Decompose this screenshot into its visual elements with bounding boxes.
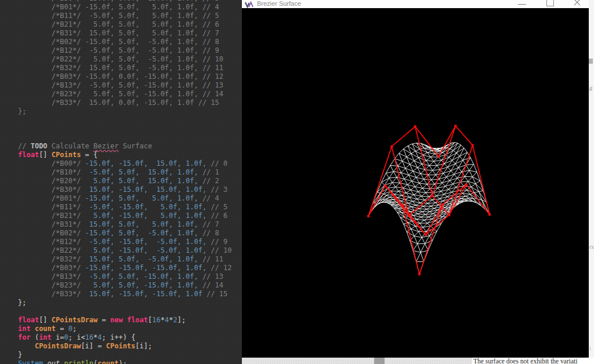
horizontal-scrollbar-track[interactable] <box>242 358 472 364</box>
background-document-edge: g co \ <box>589 0 594 364</box>
code-line: // TODO Calculate Bezier Surface <box>18 142 152 151</box>
code-line: /*B12*/ -5.0f, 5.0f, -5.0f, 1.0f, // 9 <box>18 46 219 55</box>
control-point-marker <box>367 215 370 217</box>
code-line: int count = 0; <box>18 325 77 333</box>
code-line: /*B33*/ 15.0f, 0.0f, -15.0f, 1.0f // 15 <box>18 99 219 107</box>
document-text-fragment: g <box>589 85 592 91</box>
control-point-marker <box>408 214 410 217</box>
code-line: /*B32*/ 15.0f, 5.0f, -5.0f, 1.0f, // 11 <box>18 64 223 72</box>
control-point-marker <box>448 214 450 216</box>
code-line: /*B03*/ -15.0f, -15.0f, -15.0f, 1.0f, //… <box>18 264 231 272</box>
code-line: /*B21*/ 5.0f, -15.0f, 5.0f, 1.0f, // 6 <box>18 212 227 220</box>
code-line: /*B22*/ 5.0f, -15.0f, -5.0f, 1.0f, // 10 <box>18 246 231 255</box>
control-point-marker <box>384 184 386 187</box>
bezier-surface-render <box>242 8 589 358</box>
code-line: /*B03*/ -15.0f, 0.0f, -15.0f, 1.0f, // 1… <box>18 72 223 81</box>
bezier-canvas[interactable] <box>242 8 589 358</box>
maximize-icon[interactable] <box>546 0 554 6</box>
code-line: }; <box>18 299 26 307</box>
code-line: /*B32*/ 15.0f, 5.0f, -5.0f, 1.0f, // 11 <box>18 255 223 264</box>
control-point-marker <box>465 183 468 185</box>
code-line: /*B31*/ 15.0f, 5.0f, 5.0f, 1.0f, // 7 <box>18 29 219 38</box>
code-line: float[] CPoints = { <box>18 151 97 159</box>
code-line: /*B31*/ 15.0f, 5.0f, 5.0f, 1.0f, // 7 <box>18 220 219 229</box>
document-text-fragment: co <box>589 243 594 250</box>
control-point-marker <box>441 203 444 206</box>
code-line: float[] CPointsDraw = new float[16*4*2]; <box>18 316 186 325</box>
code-line: /*B10*/ -5.0f, 5.0f, 15.0f, 1.0f, // 1 <box>18 168 219 177</box>
code-line: } <box>18 351 22 359</box>
code-line: /*B22*/ 5.0f, 5.0f, -5.0f, 1.0f, // 10 <box>18 55 223 64</box>
control-point-marker <box>454 125 457 127</box>
control-point-marker <box>401 204 404 206</box>
code-line: /*B11*/ -5.0f, -15.0f, 5.0f, 1.0f, // 5 <box>18 203 227 212</box>
code-line: /*B02*/ -15.0f, 5.0f, -5.0f, 1.0f, // 8 <box>18 38 219 46</box>
code-line: CPointsDraw[i] = CPoints[i]; <box>18 342 152 351</box>
code-line: for (int i=0; i<16*4; i++) { <box>18 333 135 342</box>
vertical-scrollbar-thumb[interactable] <box>589 59 593 64</box>
control-point-marker <box>418 273 421 275</box>
document-text-line: The surface does not exhibit the variati <box>473 358 577 364</box>
code-line: /*B00*/ -15.0f, -15.0f, 15.0f, 1.0f, // … <box>18 159 227 168</box>
code-line: /*B01*/ -15.0f, 5.0f, 5.0f, 1.0f, // 4 <box>18 3 219 12</box>
code-line: /*B13*/ -5.0f, 5.0f, -15.0f, 1.0f, // 13 <box>18 272 223 281</box>
code-line: System.out.println(count); <box>18 359 127 364</box>
code-line: /*B11*/ -5.0f, 5.0f, 5.0f, 1.0f, // 5 <box>18 12 219 20</box>
code-line: /*B13*/ -5.0f, 5.0f, -15.0f, 1.0f, // 13 <box>18 81 223 90</box>
code-editor[interactable]: /*B30*/ 15.0f, 0.0f, 15.0f, 1.0f, // 3 /… <box>0 0 242 364</box>
window-icon <box>245 0 254 8</box>
minimize-icon[interactable] <box>518 4 526 5</box>
document-text-fragment: \ <box>589 345 591 352</box>
horizontal-scrollbar-thumb[interactable] <box>374 358 385 364</box>
code-line: /*B33*/ 15.0f, -15.0f, -15.0f, 1.0f // 1… <box>18 290 227 299</box>
window-title: Brezier Surface <box>257 0 301 7</box>
code-line: }; <box>18 107 26 116</box>
code-line: /*B01*/ -15.0f, 5.0f, 5.0f, 1.0f, // 4 <box>18 194 219 203</box>
desktop-screen: /*B30*/ 15.0f, 0.0f, 15.0f, 1.0f, // 3 /… <box>0 0 594 364</box>
control-point-marker <box>425 234 427 236</box>
code-line: /*B21*/ 5.0f, 5.0f, 5.0f, 1.0f, // 6 <box>18 20 219 29</box>
code-line: /*B23*/ 5.0f, 5.0f, -15.0f, 1.0f, // 14 <box>18 281 223 290</box>
control-point-marker <box>431 195 433 197</box>
window-titlebar[interactable]: Brezier Surface <box>242 0 589 8</box>
code-line: /*B30*/ 15.0f, -15.0f, 15.0f, 1.0f, // 3 <box>18 185 227 194</box>
code-line: /*B23*/ 5.0f, 5.0f, -15.0f, 1.0f, // 14 <box>18 90 223 99</box>
control-point-marker <box>472 144 474 147</box>
control-point-marker <box>437 155 440 158</box>
code-line: /*B20*/ 5.0f, 5.0f, 15.0f, 1.0f, // 2 <box>18 177 219 185</box>
close-icon[interactable] <box>573 0 582 7</box>
control-point-marker <box>414 125 416 128</box>
control-point-marker <box>488 213 491 216</box>
code-line: /*B02*/ -15.0f, 5.0f, -5.0f, 1.0f, // 8 <box>18 229 219 238</box>
background-document-bottom: The surface does not exhibit the variati <box>242 358 594 364</box>
code-line: /*B12*/ -5.0f, -15.0f, -5.0f, 1.0f, // 9 <box>18 238 227 246</box>
control-point-marker <box>390 145 393 148</box>
